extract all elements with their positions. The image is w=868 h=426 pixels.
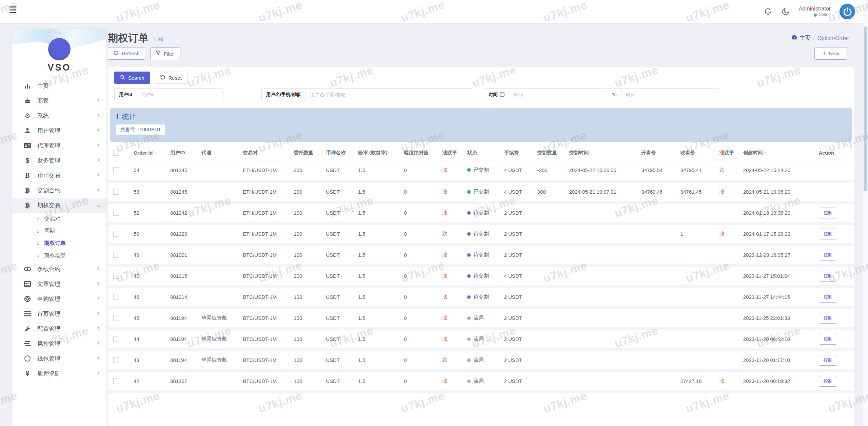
breadcrumb-home-link[interactable]: 主页 xyxy=(791,34,810,42)
control-button[interactable]: 控制 xyxy=(819,229,837,239)
sidebar-item-风控管理[interactable]: 风控管理‹ xyxy=(12,336,106,351)
cell-open-price xyxy=(639,329,678,350)
select-all-checkbox[interactable] xyxy=(113,150,119,156)
cell-order-id: 54 xyxy=(132,160,168,181)
row-checkbox[interactable] xyxy=(113,210,119,216)
cell-coin: USDT xyxy=(324,202,356,224)
cell-agent xyxy=(199,224,241,245)
sidebar-item-财务管理[interactable]: $财务管理‹ xyxy=(12,153,106,168)
control-button[interactable]: 控制 xyxy=(819,313,837,324)
user-info[interactable]: Administrator Online xyxy=(799,5,831,18)
sidebar-subitem-期权订单[interactable]: ○期权订单 xyxy=(12,237,106,249)
row-checkbox[interactable] xyxy=(113,189,119,195)
breadcrumb: 主页 / Option-Order xyxy=(791,34,849,42)
risk-icon xyxy=(23,341,32,346)
table-row-order-47: 47881215BTC/USDT-1M200USDT1.50涨待交割4 USDT… xyxy=(107,266,854,287)
cell-fee: 2 USDT xyxy=(502,202,535,224)
cell-odds: 1.5 xyxy=(356,287,402,308)
notifications-bell-icon[interactable] xyxy=(763,7,772,16)
user-id-field-group: 用户Id xyxy=(114,88,223,101)
control-button[interactable]: 控制 xyxy=(819,334,837,345)
cell-amplitude: 0 xyxy=(402,160,440,181)
new-button[interactable]: + New xyxy=(814,47,847,60)
cell-odds: 1.5 xyxy=(356,202,402,224)
control-button[interactable]: 控制 xyxy=(819,208,837,218)
menu-toggle-icon[interactable]: ☰ xyxy=(9,6,17,15)
column-header-创建时间[interactable]: 创建时间↑ xyxy=(741,146,817,160)
control-button[interactable]: 控制 xyxy=(819,292,837,303)
cell-fee: 4 USDT xyxy=(502,181,535,202)
control-button[interactable]: 控制 xyxy=(819,250,837,260)
cell-fee: 2 USDT xyxy=(502,245,535,266)
sidebar-item-永续合约[interactable]: 永续合约‹ xyxy=(12,262,106,276)
sidebar-item-交割合约[interactable]: ฿交割合约‹ xyxy=(12,183,106,198)
cell-action: 控制 xyxy=(817,224,854,245)
row-checkbox[interactable] xyxy=(113,252,119,258)
control-button[interactable]: 控制 xyxy=(819,376,837,387)
cell-user-id: 881245 xyxy=(168,160,199,181)
row-checkbox[interactable] xyxy=(113,357,119,363)
row-checkbox[interactable] xyxy=(113,315,119,321)
sidebar-item-系统[interactable]: ⚙系统‹ xyxy=(12,108,106,123)
cell-select xyxy=(107,245,132,266)
row-checkbox[interactable] xyxy=(113,294,119,300)
table-row-order-44: 44881194华昇组丧彪BTC/USDT-1M100USDT1.50涨流局2 … xyxy=(107,329,854,350)
scrollbar-thumb[interactable] xyxy=(864,26,867,191)
column-header-开盘价: 开盘价 xyxy=(639,146,678,160)
refresh-button[interactable]: Refresh xyxy=(108,47,145,60)
cell-amplitude: 0 xyxy=(402,350,440,371)
sidebar-subitem-期权场景[interactable]: ○期权场景 xyxy=(12,249,106,262)
row-checkbox[interactable] xyxy=(113,336,119,342)
sidebar-item-申购管理[interactable]: 申购管理‹ xyxy=(12,291,106,306)
filter-button[interactable]: Filter xyxy=(150,47,180,60)
reset-arrow-icon xyxy=(160,75,165,81)
user-name-input[interactable] xyxy=(305,89,472,101)
dark-mode-moon-icon[interactable] xyxy=(781,7,790,16)
breadcrumb-separator: / xyxy=(813,35,814,41)
control-button[interactable]: 控制 xyxy=(819,271,837,282)
row-checkbox[interactable] xyxy=(113,378,119,384)
sidebar-item-配置管理[interactable]: 配置管理‹ xyxy=(12,321,106,336)
sidebar-subitem-交易对[interactable]: ○交易对 xyxy=(12,213,106,225)
sidebar-item-钱包管理[interactable]: 钱包管理‹ xyxy=(12,351,106,366)
cell-pair: BTC/USDT-1M xyxy=(241,350,292,371)
sidebar-item-用户管理[interactable]: 用户管理‹ xyxy=(12,123,106,138)
cell-close-price xyxy=(678,287,717,308)
cell-pair: BTC/USDT-1M xyxy=(241,245,292,266)
row-checkbox[interactable] xyxy=(113,231,119,237)
time-to-input[interactable] xyxy=(622,89,719,101)
cell-order-id: 46 xyxy=(132,287,168,308)
user-id-input[interactable] xyxy=(137,89,223,101)
sidebar-item-文章管理[interactable]: 文章管理‹ xyxy=(12,276,106,291)
sidebar-item-label: 财务管理 xyxy=(37,157,97,164)
avatar[interactable] xyxy=(840,4,855,19)
control-button[interactable]: 控制 xyxy=(819,355,837,366)
sidebar-item-币币交易[interactable]: B币币交易‹ xyxy=(12,168,106,183)
sidebar-subitem-周期[interactable]: ○周期 xyxy=(12,225,106,237)
sidebar-item-代理管理[interactable]: 代理管理‹ xyxy=(12,138,106,153)
search-button[interactable]: Search xyxy=(114,72,150,84)
cell-order-id: 49 xyxy=(132,245,168,266)
cell-agent: 华昇组丧彪 xyxy=(199,308,241,329)
column-header-Order Id[interactable]: Order Id↑ xyxy=(132,146,168,160)
sidebar-item-商家[interactable]: 商家‹ xyxy=(12,93,106,108)
cell-open-price xyxy=(639,266,678,287)
cell-open-price: 34760.46 xyxy=(639,181,678,202)
column-header-币种名称: 币种名称 xyxy=(324,146,356,160)
sidebar-item-期权交易[interactable]: ฿期权交易‹ xyxy=(12,198,106,213)
cell-user-id: 881245 xyxy=(168,181,199,202)
cell-qty: 100 xyxy=(292,329,324,350)
cell-created: 2024-05-22 15:24:20 xyxy=(741,160,817,181)
sidebar-item-主页[interactable]: 主页 xyxy=(12,78,106,93)
cell-result xyxy=(717,202,741,224)
chevron-left-icon: ‹ xyxy=(97,265,100,272)
sidebar-item-首页管理[interactable]: 首页管理‹ xyxy=(12,306,106,321)
scrollbar-track[interactable] xyxy=(863,0,868,426)
sidebar-item-质押挖矿[interactable]: ¥质押挖矿‹ xyxy=(12,366,106,381)
cell-qty: 100 xyxy=(292,202,324,224)
time-from-input[interactable] xyxy=(509,89,607,101)
reset-button[interactable]: Reset xyxy=(154,72,188,84)
radio-circle-icon: ○ xyxy=(36,241,39,246)
row-checkbox[interactable] xyxy=(113,167,119,173)
row-checkbox[interactable] xyxy=(113,273,119,279)
